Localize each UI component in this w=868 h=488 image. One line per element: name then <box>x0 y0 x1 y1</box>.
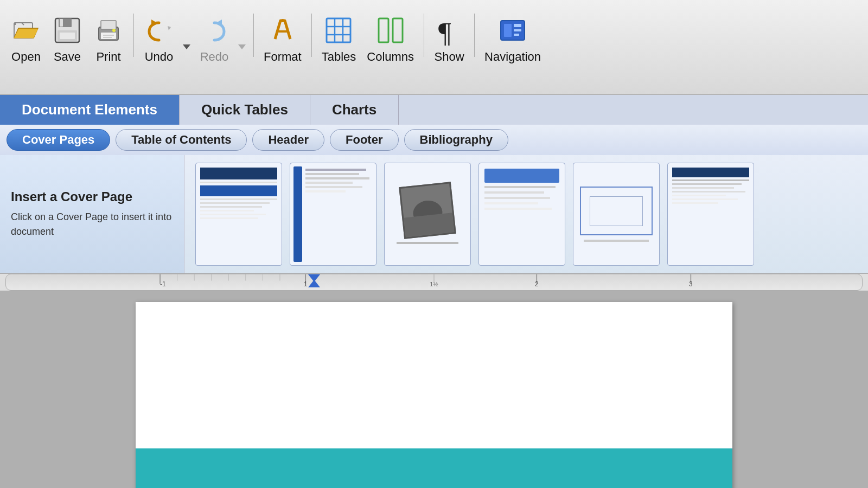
svg-marker-15 <box>168 26 171 30</box>
undo-icon <box>144 13 174 48</box>
format-button[interactable]: Format <box>258 12 307 65</box>
thumb6-l4 <box>672 191 745 192</box>
sep2 <box>253 14 254 57</box>
navigation-button[interactable]: Navigation <box>479 12 546 65</box>
thumb2-l1 <box>305 169 366 171</box>
thumb6-l7 <box>672 202 718 204</box>
template-6[interactable] <box>667 163 754 266</box>
svg-rect-26 <box>379 18 388 42</box>
thumb6-l3 <box>672 187 734 189</box>
thumb1-line6 <box>200 214 266 215</box>
format-icon <box>267 13 298 48</box>
subtab-cover-pages[interactable]: Cover Pages <box>7 129 110 151</box>
ruler-track[interactable]: -1 1 1½ 2 3 <box>5 274 863 291</box>
left-description: Insert a Cover Page Click on a Cover Pag… <box>0 155 184 273</box>
thumb2-content <box>290 163 376 265</box>
columns-button[interactable]: Columns <box>361 12 419 65</box>
thumb1-mid-bar <box>200 185 277 196</box>
thumb1-top-bar <box>200 168 277 179</box>
thumb4-content <box>479 163 565 265</box>
redo-label: Redo <box>200 50 229 64</box>
svg-rect-27 <box>393 18 403 42</box>
show-button[interactable]: ¶ Show <box>429 12 470 65</box>
svg-rect-30 <box>504 24 512 37</box>
thumb3-body <box>404 213 454 237</box>
subtab-table-of-contents[interactable]: Table of Contents <box>116 129 247 151</box>
redo-dropdown[interactable] <box>235 28 249 65</box>
undo-dropdown[interactable] <box>180 28 194 65</box>
description-body: Click on a Cover Page to insert it into … <box>11 210 173 239</box>
format-label: Format <box>264 50 302 64</box>
templates-row <box>184 155 868 273</box>
print-button[interactable]: Print <box>88 12 129 65</box>
tables-label: Tables <box>322 50 356 64</box>
thumb1-line1 <box>200 182 277 183</box>
template-4[interactable] <box>478 163 565 266</box>
undo-button[interactable]: Undo <box>138 12 180 65</box>
undo-label: Undo <box>145 50 174 64</box>
open-button[interactable]: Open <box>5 12 47 65</box>
thumb1-line3 <box>200 202 270 204</box>
subtab-footer[interactable]: Footer <box>330 129 398 151</box>
toolbar-icon-row: Open Save <box>0 2 868 67</box>
tables-icon <box>323 13 354 48</box>
redo-button[interactable]: Redo <box>194 12 235 65</box>
thumb2-sidebar <box>293 166 302 262</box>
save-button[interactable]: Save <box>47 12 88 65</box>
tab-charts[interactable]: Charts <box>310 95 399 125</box>
svg-marker-14 <box>151 20 158 27</box>
open-label: Open <box>11 50 41 64</box>
svg-marker-16 <box>183 44 190 49</box>
thumb6-l6 <box>672 198 738 200</box>
ruler-ticks: -1 1 1½ 2 3 <box>6 274 862 290</box>
subtab-row: Cover Pages Table of Contents Header Foo… <box>0 125 868 155</box>
thumb6-header <box>672 168 749 177</box>
svg-text:3: 3 <box>689 280 693 288</box>
thumb4-l5 <box>484 208 552 210</box>
template-3[interactable] <box>384 163 471 266</box>
tab-handle[interactable] <box>308 274 320 287</box>
subtab-header[interactable]: Header <box>252 129 324 151</box>
thumb5-line <box>584 240 649 242</box>
sep1 <box>133 14 134 57</box>
thumb1-line2 <box>200 198 277 200</box>
document-area <box>0 291 868 488</box>
svg-rect-12 <box>103 37 112 38</box>
svg-text:1: 1 <box>304 280 308 288</box>
thumb1-content <box>196 163 282 265</box>
template-2[interactable] <box>290 163 376 266</box>
thumb4-l3 <box>484 197 550 199</box>
svg-rect-11 <box>103 35 114 36</box>
svg-text:2: 2 <box>535 280 539 288</box>
tab-handle-bottom <box>308 280 320 287</box>
svg-rect-7 <box>60 33 75 39</box>
subtab-bibliography[interactable]: Bibliography <box>404 129 508 151</box>
thumb3-content <box>385 163 470 265</box>
open-icon <box>11 13 41 48</box>
redo-dropdown-arrow <box>237 29 247 64</box>
thumb5-frame <box>580 187 653 235</box>
show-label: Show <box>435 50 464 64</box>
thumb4-l2 <box>484 191 544 194</box>
template-5[interactable] <box>573 163 660 266</box>
ruler-container: -1 1 1½ 2 3 <box>0 274 868 291</box>
thumb1-line5 <box>200 210 254 211</box>
redo-icon <box>199 13 229 48</box>
thumb6-l2 <box>672 183 742 185</box>
thumb4-box <box>484 169 559 183</box>
svg-text:1½: 1½ <box>430 281 438 287</box>
svg-text:-1: -1 <box>160 280 166 288</box>
thumb2-l4 <box>305 182 353 184</box>
tab-quick-tables[interactable]: Quick Tables <box>180 95 310 125</box>
thumb1-line4 <box>200 206 262 208</box>
tables-button[interactable]: Tables <box>316 12 362 65</box>
document-page <box>136 302 732 488</box>
tab-document-elements[interactable]: Document Elements <box>0 95 180 125</box>
undo-dropdown-arrow <box>182 29 192 64</box>
thumb3-photo <box>399 182 456 239</box>
template-1[interactable] <box>195 163 282 266</box>
print-label: Print <box>96 50 120 64</box>
thumb2-text <box>305 166 373 262</box>
thumb5-inner <box>590 196 643 226</box>
thumb2-l3 <box>305 177 369 179</box>
